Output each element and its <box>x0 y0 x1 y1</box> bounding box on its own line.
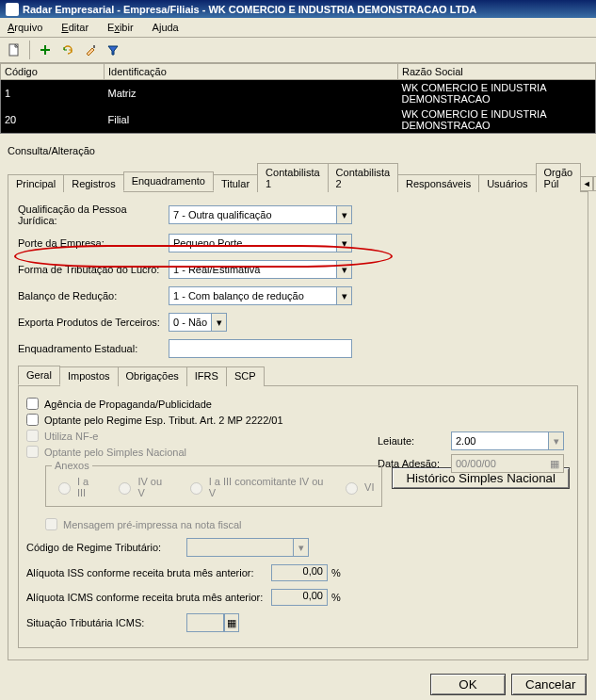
toolbar-filter-icon[interactable] <box>103 40 123 60</box>
check-simples-label: Optante pelo Simples Nacional <box>44 447 186 458</box>
check-optante-regime[interactable] <box>26 414 39 426</box>
label-estadual: Enquadramento Estadual: <box>18 343 169 354</box>
label-porte: Porte da Empresa: <box>18 237 169 249</box>
menu-ajuda[interactable]: Ajuda <box>149 20 183 35</box>
input-estadual[interactable] <box>169 339 352 358</box>
tab-contabilista1[interactable]: Contabilista 1 <box>257 163 328 192</box>
group-anexos: Anexos I a III IV ou V I a III concomita… <box>45 465 382 507</box>
tab-enquadramento[interactable]: Enquadramento <box>123 171 214 191</box>
calendar-icon: ▦ <box>550 458 559 470</box>
chevron-down-icon[interactable]: ▾ <box>211 314 226 331</box>
tab-titular[interactable]: Titular <box>213 174 258 192</box>
window-title: Radar Empresarial - Empresa/Filiais - WK… <box>23 4 476 15</box>
chevron-down-icon[interactable]: ▾ <box>548 432 563 449</box>
select-qualificacao[interactable]: 7 - Outra qualificação ▾ <box>169 205 352 224</box>
radio-anexo2 <box>119 482 131 495</box>
menu-exibir[interactable]: Exibir <box>104 20 137 35</box>
tab-responsaveis[interactable]: Responsáveis <box>397 174 479 192</box>
inner-tabs: Geral Impostos Obrigações IFRS SCP <box>18 366 578 386</box>
tab-scroll-left-icon[interactable]: ◄ <box>580 176 593 191</box>
label-dataadesao: Data Adesão: <box>378 458 443 469</box>
select-codigo-regime: ▾ <box>186 538 309 557</box>
select-exporta[interactable]: 0 - Não ▾ <box>169 313 227 332</box>
chevron-down-icon[interactable]: ▾ <box>336 206 351 223</box>
svg-rect-3 <box>93 45 95 48</box>
toolbar <box>0 38 596 63</box>
toolbar-new-icon[interactable] <box>4 40 24 60</box>
label-qualificacao: Qualificação da Pessoa Jurídica: <box>18 203 169 226</box>
radio-anexo1 <box>58 482 71 495</box>
label-leiaute: Leiaute: <box>378 435 443 447</box>
chevron-down-icon: ▾ <box>293 539 308 556</box>
label-tributacao: Forma de Tributação do Lucro: <box>18 264 169 275</box>
tab-orgao[interactable]: Orgão Púl <box>536 163 582 192</box>
grid-header-codigo[interactable]: Código <box>1 64 105 80</box>
check-nfe <box>26 430 39 442</box>
tab-scp[interactable]: SCP <box>226 366 265 386</box>
check-optante-regime-label: Optante pelo Regime Esp. Tribut. Art. 2 … <box>44 415 283 426</box>
input-icms: 0,00 <box>271 589 328 606</box>
toolbar-add-icon[interactable] <box>35 40 56 60</box>
tab-obrigacoes[interactable]: Obrigações <box>118 366 187 386</box>
button-ok[interactable]: OK <box>430 674 506 695</box>
window-titlebar: Radar Empresarial - Empresa/Filiais - WK… <box>0 0 596 18</box>
label-exporta: Exporta Produtos de Terceiros: <box>18 317 169 328</box>
check-mensagem <box>45 518 57 530</box>
menubar: Arquivo Editar Exibir Ajuda <box>0 18 596 38</box>
group-anexos-title: Anexos <box>52 460 92 471</box>
table-row[interactable]: 20 Filial WK COMERCIO E INDUSTRIA DEMONS… <box>1 106 596 134</box>
select-leiaute[interactable]: 2.00 ▾ <box>451 431 564 450</box>
select-tributacao[interactable]: 1 - Real/Estimativa ▾ <box>169 260 352 279</box>
tab-geral[interactable]: Geral <box>18 366 60 385</box>
percent-label: % <box>331 592 341 603</box>
tab-impostos[interactable]: Impostos <box>59 366 119 386</box>
menu-editar[interactable]: Editar <box>57 20 92 35</box>
check-simples <box>26 446 39 458</box>
label-icms: Alíquota ICMS conforme receita bruta mês… <box>26 592 271 603</box>
toolbar-refresh-icon[interactable] <box>57 40 78 60</box>
grid-header-identificacao[interactable]: Identificação <box>105 64 398 80</box>
section-title: Consulta/Alteração <box>8 145 588 156</box>
app-icon <box>6 3 19 16</box>
check-agencia-label: Agência de Propaganda/Publicidade <box>44 399 212 410</box>
button-cancelar[interactable]: Cancelar <box>511 674 587 695</box>
select-balanco[interactable]: 1 - Com balanço de redução ▾ <box>169 286 352 305</box>
label-balanco: Balanço de Redução: <box>18 290 169 301</box>
input-iss: 0,00 <box>271 564 328 581</box>
select-porte[interactable]: Pequeno Porte ▾ <box>169 234 352 252</box>
chevron-down-icon[interactable]: ▾ <box>336 287 351 304</box>
menu-arquivo[interactable]: Arquivo <box>4 20 46 35</box>
grid-header-razao[interactable]: Razão Social <box>398 64 596 80</box>
tab-usuarios[interactable]: Usuários <box>478 174 536 192</box>
outer-tabs: Principal Registros Enquadramento Titula… <box>8 162 588 192</box>
radio-anexo4 <box>346 482 358 495</box>
lookup-icon[interactable]: ▦ <box>224 613 239 632</box>
check-agencia[interactable] <box>26 398 39 410</box>
tab-registros[interactable]: Registros <box>63 174 123 192</box>
toolbar-brush-icon[interactable] <box>80 40 101 60</box>
company-grid[interactable]: Código Identificação Razão Social 1 Matr… <box>0 63 596 134</box>
svg-marker-4 <box>108 46 118 55</box>
check-nfe-label: Utiliza NF-e <box>44 431 98 442</box>
chevron-down-icon[interactable]: ▾ <box>336 261 351 278</box>
input-situacao-icms <box>186 613 224 632</box>
input-dataadesao: 00/00/00 ▦ <box>451 454 564 473</box>
label-situacao-icms: Situação Tributária ICMS: <box>26 617 186 628</box>
label-iss: Alíquota ISS conforme receita bruta mês … <box>26 567 271 578</box>
tab-contabilista2[interactable]: Contabilista 2 <box>328 163 398 192</box>
radio-anexo3 <box>190 482 202 495</box>
tab-principal[interactable]: Principal <box>8 174 64 192</box>
tab-ifrs[interactable]: IFRS <box>186 366 227 386</box>
chevron-down-icon[interactable]: ▾ <box>336 235 351 252</box>
check-mensagem-label: Mensagem pré-impressa na nota fiscal <box>63 519 242 530</box>
percent-label: % <box>331 567 341 578</box>
table-row[interactable]: 1 Matriz WK COMERCIO E INDUSTRIA DEMONST… <box>1 80 596 107</box>
label-codigo-regime: Código de Regime Tributário: <box>26 542 186 553</box>
